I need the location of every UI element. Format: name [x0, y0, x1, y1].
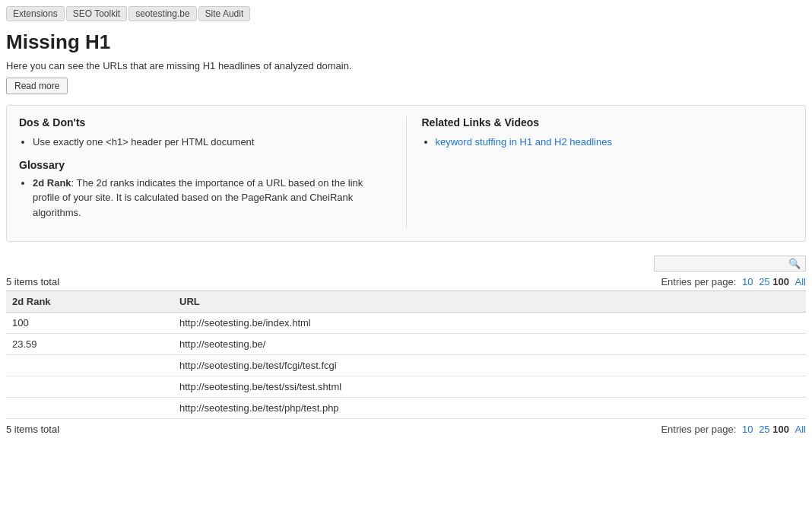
- dos-donts-item: Use exactly one <h1> header per HTML doc…: [33, 135, 391, 150]
- table-row: http://seotesting.be/test/fcgi/test.fcgi: [6, 355, 806, 376]
- search-box[interactable]: 🔍: [654, 256, 806, 271]
- read-more-button[interactable]: Read more: [6, 78, 68, 94]
- entries-per-page: Entries per page: 10 25 100 All: [661, 276, 806, 287]
- dos-donts-list: Use exactly one <h1> header per HTML doc…: [19, 135, 391, 150]
- breadcrumb-extensions[interactable]: Extensions: [6, 6, 65, 21]
- col-header-rank[interactable]: 2d Rank: [6, 291, 173, 313]
- glossary-item: 2d Rank: The 2d ranks indicates the impo…: [33, 176, 391, 221]
- glossary-definition: : The 2d ranks indicates the importance …: [33, 177, 363, 218]
- related-links-title: Related Links & Videos: [422, 116, 794, 129]
- cell-rank: 100: [6, 313, 173, 334]
- search-icon: 🔍: [788, 258, 801, 269]
- table-section: 🔍 5 items total Entries per page: 10 25 …: [6, 256, 806, 435]
- related-links-list: keyword stuffing in H1 and H2 headlines: [422, 135, 794, 150]
- page-description: Here you can see the URLs that are missi…: [6, 60, 806, 71]
- breadcrumb-site-audit[interactable]: Site Audit: [198, 6, 251, 21]
- dos-donts-title: Dos & Don'ts: [19, 116, 391, 129]
- table-header-row: 2d Rank URL: [6, 291, 806, 313]
- cell-rank: [6, 355, 173, 376]
- breadcrumb: Extensions SEO Toolkit seotesting.be Sit…: [6, 0, 806, 26]
- glossary-term: 2d Rank: [33, 177, 71, 189]
- table-row: 100 http://seotesting.be/index.html: [6, 313, 806, 334]
- col-header-url[interactable]: URL: [173, 291, 806, 313]
- total-items-label: 5 items total: [6, 276, 59, 287]
- per-page-100-bottom[interactable]: 100: [772, 424, 789, 435]
- glossary-title: Glossary: [19, 159, 391, 171]
- per-page-all[interactable]: All: [795, 276, 806, 287]
- total-items-label-bottom: 5 items total: [6, 424, 59, 435]
- entries-per-page-label-bottom: Entries per page:: [661, 424, 736, 435]
- info-panel-right: Related Links & Videos keyword stuffing …: [407, 116, 794, 229]
- cell-url: http://seotesting.be/test/ssi/test.shtml: [173, 376, 806, 398]
- entries-per-page-label: Entries per page:: [661, 276, 736, 287]
- per-page-10-bottom[interactable]: 10: [742, 424, 753, 435]
- meta-row-bottom: 5 items total Entries per page: 10 25 10…: [6, 424, 806, 435]
- glossary-list: 2d Rank: The 2d ranks indicates the impo…: [19, 176, 391, 221]
- table-row: http://seotesting.be/test/ssi/test.shtml: [6, 376, 806, 398]
- meta-row-top: 5 items total Entries per page: 10 25 10…: [6, 276, 806, 287]
- per-page-10[interactable]: 10: [742, 276, 753, 287]
- related-link-item[interactable]: keyword stuffing in H1 and H2 headlines: [436, 135, 794, 150]
- search-input[interactable]: [659, 259, 785, 269]
- per-page-100[interactable]: 100: [772, 276, 789, 287]
- breadcrumb-seotesting[interactable]: seotesting.be: [128, 6, 196, 21]
- related-link[interactable]: keyword stuffing in H1 and H2 headlines: [436, 136, 612, 148]
- cell-url: http://seotesting.be/index.html: [173, 313, 806, 334]
- per-page-all-bottom[interactable]: All: [795, 424, 806, 435]
- page-title: Missing H1: [6, 30, 806, 54]
- per-page-25[interactable]: 25: [759, 276, 769, 287]
- breadcrumb-seo-toolkit[interactable]: SEO Toolkit: [66, 6, 127, 21]
- cell-url: http://seotesting.be/test/fcgi/test.fcgi: [173, 355, 806, 376]
- table-row: http://seotesting.be/test/php/test.php: [6, 398, 806, 419]
- per-page-25-bottom[interactable]: 25: [759, 424, 769, 435]
- entries-per-page-bottom: Entries per page: 10 25 100 All: [661, 424, 806, 435]
- cell-rank: [6, 376, 173, 398]
- info-panel-left: Dos & Don'ts Use exactly one <h1> header…: [19, 116, 407, 229]
- cell-rank: [6, 398, 173, 419]
- toolbar: 🔍: [6, 256, 806, 271]
- cell-url: http://seotesting.be/test/php/test.php: [173, 398, 806, 419]
- table-row: 23.59 http://seotesting.be/: [6, 334, 806, 355]
- info-panel: Dos & Don'ts Use exactly one <h1> header…: [6, 105, 806, 242]
- data-table: 2d Rank URL 100 http://seotesting.be/ind…: [6, 290, 806, 419]
- cell-rank: 23.59: [6, 334, 173, 355]
- cell-url: http://seotesting.be/: [173, 334, 806, 355]
